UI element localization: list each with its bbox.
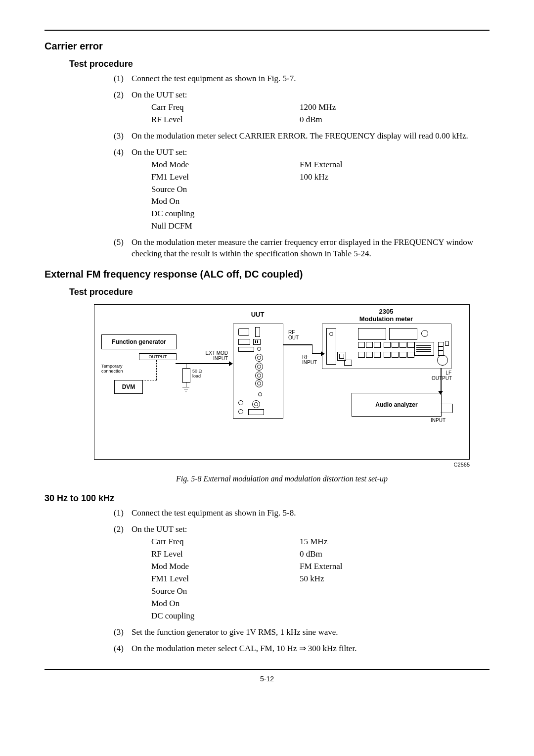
param-label: FM1 Level [132, 573, 300, 585]
step-text: Connect the test equipment as shown in F… [132, 508, 490, 519]
step: (4) On the UUT set: Mod ModeFM External … [114, 147, 490, 233]
param-value: 15 MHz [300, 536, 490, 548]
step-text: On the modulation meter select CARRIER E… [132, 131, 490, 142]
step: (2) On the UUT set: Carr Freq 1200 MHz R… [114, 90, 490, 126]
signal-arrow-icon [176, 363, 229, 364]
step: (3) Set the function generator to give 1… [114, 627, 490, 638]
figure-5-8: UUT 2305 Modulation meter Function gener… [94, 304, 470, 483]
dvm: DVM [114, 380, 143, 394]
step: (5) On the modulation meter measure the … [114, 237, 490, 260]
mod-meter-title: Modulation meter [359, 315, 413, 323]
step-text: On the UUT set: [132, 147, 490, 158]
output-label: OUTPUT [139, 353, 177, 360]
figure-caption: Fig. 5-8 External modulation and modulat… [94, 474, 470, 483]
param-label: DC coupling [132, 208, 300, 220]
thirty-hz-heading: 30 Hz to 100 kHz [44, 493, 490, 504]
param-value: 0 dBm [300, 549, 490, 560]
step-number: (3) [114, 131, 132, 142]
figure-ref: C2565 [94, 462, 470, 468]
param-label: Mod On [132, 196, 300, 207]
param-label: RF Level [132, 549, 300, 560]
step-number: (2) [114, 524, 132, 535]
param-label: Carr Freq [132, 536, 300, 548]
param-label: Mod On [132, 598, 300, 610]
step-number: (5) [114, 237, 132, 248]
lf-wire [441, 368, 442, 392]
step-text: On the UUT set: [132, 90, 490, 101]
param-label: Carr Freq [132, 102, 300, 113]
param-value: FM External [300, 561, 490, 572]
param-label: DC coupling [132, 611, 300, 622]
step-text: On the modulation meter measure the carr… [132, 237, 490, 260]
step-number: (3) [114, 627, 132, 638]
param-value: 1200 MHz [300, 102, 490, 113]
step-text: On the UUT set: [132, 524, 490, 535]
temp-connection-line [156, 360, 157, 380]
param-value: 0 dBm [300, 114, 490, 126]
step: (2) On the UUT set: Carr Freq15 MHz RF L… [114, 524, 490, 622]
param-label: Null DCFM [132, 221, 300, 232]
page-number: 5-12 [44, 675, 490, 683]
uut-device [233, 324, 283, 419]
step-number: (4) [114, 147, 132, 158]
input-label: INPUT [431, 418, 445, 423]
step: (1) Connect the test equipment as shown … [114, 508, 490, 519]
param-label: Source On [132, 184, 300, 195]
param-label: RF Level [132, 114, 300, 126]
step-number: (2) [114, 90, 132, 101]
step-number: (1) [114, 73, 132, 85]
lf-output-label: LF OUTPUT [432, 370, 451, 381]
test-procedure-heading-2: Test procedure [69, 287, 490, 297]
modulation-meter [322, 324, 451, 369]
load-label: 50 Ω load [192, 369, 202, 379]
param-value: 50 kHz [300, 573, 490, 585]
ext-fm-heading: External FM frequency response (ALC off,… [44, 269, 490, 280]
carrier-error-heading: Carrier error [44, 41, 490, 52]
ext-mod-input-label: EXT MOD INPUT [198, 350, 228, 361]
mod-meter-model: 2305 [379, 308, 394, 315]
step: (1) Connect the test equipment as shown … [114, 73, 490, 85]
param-label: Mod Mode [132, 561, 300, 572]
step-text: On the modulation meter select CAL, FM, … [132, 643, 490, 655]
step-text: Set the function generator to give 1V RM… [132, 627, 490, 638]
step-number: (1) [114, 508, 132, 519]
param-label: FM1 Level [132, 172, 300, 183]
test-procedure-heading-1: Test procedure [69, 59, 490, 69]
step: (4) On the modulation meter select CAL, … [114, 643, 490, 655]
arrow-down-icon [438, 391, 443, 395]
param-value: 100 kHz [300, 172, 490, 183]
rf-out-label: RF OUT [288, 330, 299, 340]
param-value: FM External [300, 159, 490, 171]
rf-wire [283, 344, 312, 345]
audio-analyzer: Audio analyzer [352, 393, 442, 417]
uut-title: UUT [233, 311, 282, 318]
param-label: Mod Mode [132, 159, 300, 171]
step-number: (4) [114, 643, 132, 655]
temp-connection-label: Temporary connection [101, 364, 123, 374]
rf-input-label: RF INPUT [302, 354, 317, 365]
function-generator: Function generator [101, 334, 177, 349]
param-label: Source On [132, 586, 300, 597]
step-text: Connect the test equipment as shown in F… [132, 73, 490, 85]
step: (3) On the modulation meter select CARRI… [114, 131, 490, 142]
